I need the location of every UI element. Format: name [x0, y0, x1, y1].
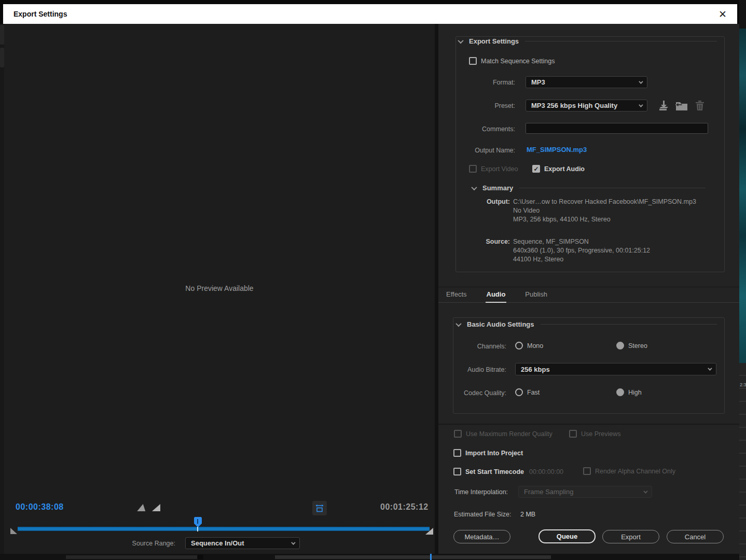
- import-into-project-checkbox[interactable]: [453, 449, 461, 457]
- export-audio-checkbox[interactable]: ✓: [532, 165, 540, 173]
- mono-label: Mono: [527, 342, 543, 349]
- background-strip-segment: [66, 555, 197, 559]
- range-out-handle[interactable]: [425, 528, 433, 535]
- channels-stereo-option[interactable]: Stereo: [616, 342, 647, 349]
- basic-audio-settings-heading: Basic Audio Settings: [467, 320, 534, 328]
- codec-fast-option[interactable]: Fast: [515, 388, 540, 396]
- high-label: High: [628, 389, 642, 396]
- export-button[interactable]: Export: [602, 530, 659, 543]
- cancel-button[interactable]: Cancel: [667, 530, 724, 543]
- import-into-project-label: Import Into Project: [465, 450, 523, 457]
- channels-mono-option[interactable]: Mono: [515, 342, 543, 349]
- preset-value: MP3 256 kbps High Quality: [531, 102, 617, 109]
- background-app-edge: 2:3: [739, 0, 746, 560]
- current-timecode[interactable]: 00:00:38:08: [16, 502, 64, 512]
- fit-button[interactable]: [312, 501, 327, 515]
- summary-source-label: Source:: [457, 238, 510, 245]
- metadata-button[interactable]: Metadata…: [453, 530, 510, 543]
- preset-label: Preset:: [412, 102, 515, 109]
- chevron-down-icon: [471, 184, 477, 190]
- header-rule: [541, 324, 717, 325]
- save-preset-icon[interactable]: [658, 100, 670, 111]
- render-alpha-checkbox: [583, 467, 591, 475]
- summary-source-line: 640x360 (1.0), 30 fps, Progressive, 00:0…: [513, 246, 650, 255]
- audio-bitrate-label: Audio Bitrate:: [412, 366, 506, 373]
- preset-dropdown[interactable]: MP3 256 kbps High Quality: [526, 100, 647, 111]
- summary-source-line: 44100 Hz, Stereo: [513, 255, 563, 264]
- tab-bar: Effects Audio Publish: [438, 287, 739, 303]
- tab-effects[interactable]: Effects: [446, 290, 467, 299]
- range-in-handle[interactable]: [10, 528, 17, 534]
- export-settings-heading: Export Settings: [469, 37, 519, 45]
- close-icon[interactable]: ✕: [715, 7, 730, 21]
- use-max-render-checkbox: [454, 430, 462, 438]
- format-label: Format:: [412, 79, 515, 86]
- use-previews-row: Use Previews: [569, 430, 620, 438]
- basic-audio-settings-header[interactable]: Basic Audio Settings: [457, 320, 722, 328]
- format-value: MP3: [531, 78, 545, 86]
- render-alpha-label: Render Alpha Channel Only: [595, 468, 675, 475]
- header-rule: [525, 41, 717, 41]
- export-settings-header[interactable]: Export Settings: [459, 37, 722, 45]
- delete-preset-icon[interactable]: [695, 100, 705, 111]
- source-range-label: Source Range:: [80, 540, 175, 547]
- background-timeline-sliver: 2:3: [739, 363, 746, 560]
- codec-quality-label: Codec Quality:: [412, 389, 506, 397]
- match-sequence-label: Match Sequence Settings: [481, 58, 555, 65]
- comments-input[interactable]: [526, 123, 708, 134]
- output-name-label: Output Name:: [412, 147, 515, 154]
- start-timecode-value: 00:00:00:00: [529, 468, 563, 475]
- codec-high-option[interactable]: High: [616, 388, 642, 396]
- background-left-notch: [0, 48, 4, 67]
- import-into-project-row: Import Into Project: [453, 449, 523, 457]
- export-audio-label: Export Audio: [544, 165, 585, 173]
- chevron-down-icon: [455, 320, 461, 326]
- export-video-label: Export Video: [481, 165, 518, 173]
- no-preview-message: No Preview Available: [4, 284, 435, 292]
- set-out-point-icon[interactable]: [152, 504, 160, 511]
- summary-output-line: MP3, 256 kbps, 44100 Hz, Stereo: [513, 215, 611, 224]
- dialog-titlebar: Export Settings ✕: [3, 4, 737, 24]
- set-start-timecode-checkbox[interactable]: [453, 468, 461, 475]
- output-name-link[interactable]: MF_SIMPSON.mp3: [527, 146, 587, 153]
- import-preset-icon[interactable]: [675, 100, 688, 111]
- match-sequence-row: Match Sequence Settings: [469, 57, 555, 65]
- stereo-radio[interactable]: [616, 342, 624, 349]
- set-start-timecode-label: Set Start Timecode: [465, 468, 524, 475]
- summary-output-line: No Video: [513, 206, 540, 215]
- audio-bitrate-dropdown[interactable]: 256 kbps: [515, 363, 716, 375]
- chevron-down-icon: [708, 366, 712, 370]
- estimated-file-size-label: Estimated File Size:: [454, 511, 511, 518]
- chevron-down-icon: [291, 540, 295, 544]
- playhead-line: [197, 527, 198, 531]
- high-radio[interactable]: [616, 388, 624, 396]
- use-previews-checkbox: [569, 430, 577, 438]
- background-timeline-ruler-text: 2:3: [740, 382, 746, 387]
- scrub-bar[interactable]: [18, 527, 430, 531]
- set-start-timecode-row: Set Start Timecode 00:00:00:00: [453, 468, 563, 475]
- fast-radio[interactable]: [515, 388, 523, 396]
- export-settings-dialog: Export Settings ✕ No Preview Available 0…: [0, 0, 746, 560]
- tab-audio[interactable]: Audio: [487, 290, 506, 299]
- background-program-monitor-sliver: [739, 29, 746, 363]
- background-left-notch: [0, 25, 4, 45]
- match-sequence-checkbox[interactable]: [469, 57, 477, 65]
- background-strip-notch: [198, 555, 203, 559]
- chevron-down-icon: [458, 37, 463, 43]
- source-range-dropdown[interactable]: Sequence In/Out: [185, 537, 300, 549]
- tab-publish[interactable]: Publish: [525, 290, 547, 299]
- estimated-file-size-value: 2 MB: [520, 511, 535, 518]
- background-playhead-line: [430, 554, 432, 560]
- time-interpolation-dropdown: Frame Sampling: [518, 486, 652, 498]
- chevron-down-icon: [639, 79, 643, 83]
- mono-radio[interactable]: [515, 342, 523, 349]
- summary-output-label: Output:: [457, 198, 510, 205]
- time-interpolation-label: Time Interpolation:: [454, 488, 508, 496]
- summary-heading: Summary: [482, 184, 513, 192]
- summary-header[interactable]: Summary: [472, 184, 711, 192]
- audio-bitrate-value: 256 kbps: [521, 366, 550, 373]
- queue-button[interactable]: Queue: [538, 529, 596, 543]
- format-dropdown[interactable]: MP3: [526, 76, 647, 88]
- dialog-title: Export Settings: [13, 10, 67, 18]
- time-interpolation-value: Frame Sampling: [524, 488, 573, 496]
